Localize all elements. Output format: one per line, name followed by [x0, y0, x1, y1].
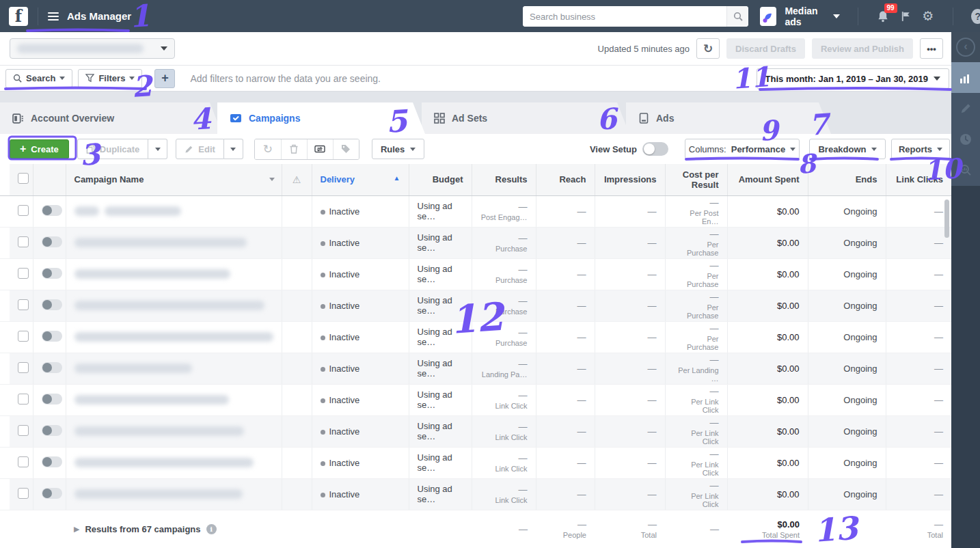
campaign-name-redacted[interactable] [74, 238, 273, 247]
row-checkbox[interactable] [18, 268, 29, 279]
row-checkbox[interactable] [18, 236, 29, 247]
campaign-toggle[interactable] [42, 456, 62, 467]
campaign-name-redacted[interactable] [74, 395, 273, 405]
tab-account-overview[interactable]: Account Overview [0, 102, 222, 134]
search-filter-button[interactable]: Search [5, 69, 72, 88]
col-header-cost-per-result[interactable]: Cost per Result [665, 164, 727, 195]
breakdown-button[interactable]: Breakdown [809, 139, 886, 159]
review-publish-button[interactable]: Review and Publish [812, 38, 913, 59]
col-header-amount-spent[interactable]: Amount Spent [727, 164, 808, 195]
campaign-name-redacted[interactable] [74, 206, 273, 216]
row-checkbox[interactable] [18, 362, 29, 373]
tab-campaigns[interactable]: Campaigns [217, 102, 425, 134]
filters-button[interactable]: Filters [78, 69, 142, 88]
rail-search-reports-button[interactable] [951, 154, 980, 185]
campaign-name-redacted[interactable] [74, 364, 273, 373]
campaign-toggle[interactable] [42, 362, 62, 373]
columns-button[interactable]: Columns: Performance [685, 139, 800, 159]
tab-ad-sets[interactable]: Ad Sets [422, 102, 629, 134]
results-cell: —Link Click [472, 384, 536, 415]
campaign-name-redacted[interactable] [74, 458, 273, 467]
toolbar: + Create Duplicate Edit ↻ [0, 134, 951, 164]
select-all-checkbox[interactable] [18, 173, 29, 184]
row-checkbox[interactable] [18, 456, 29, 467]
duplicate-caret-button[interactable] [148, 139, 167, 159]
rail-edit-button[interactable] [951, 93, 980, 124]
business-account-menu[interactable]: Median ads [785, 5, 839, 27]
settings-button[interactable]: ⚙ [921, 8, 935, 25]
pencil-icon [185, 145, 193, 154]
tab-ads[interactable]: Ads [626, 102, 831, 134]
duplicate-button[interactable]: Duplicate [77, 139, 149, 159]
reports-button[interactable]: Reports [891, 139, 950, 159]
col-header-impressions[interactable]: Impressions [595, 164, 665, 195]
row-checkbox[interactable] [18, 299, 29, 310]
campaign-name-redacted[interactable] [74, 426, 273, 436]
funnel-icon [85, 74, 94, 83]
row-checkbox[interactable] [18, 331, 29, 342]
info-icon[interactable]: i [206, 524, 217, 534]
delivery-status: Inactive [329, 426, 360, 437]
edit-caret-button[interactable] [224, 139, 243, 159]
business-avatar[interactable] [760, 7, 776, 26]
date-range-selector[interactable]: This month: Jan 1, 2019 – Jan 30, 2019 [757, 68, 949, 89]
campaign-toggle[interactable] [42, 299, 62, 310]
col-header-results[interactable]: Results [472, 164, 536, 195]
expand-icon[interactable]: ▶ [74, 525, 79, 534]
campaign-toggle[interactable] [42, 394, 62, 405]
campaign-name-redacted[interactable] [74, 332, 273, 342]
pages-feed-button[interactable] [898, 8, 912, 25]
divider [38, 8, 38, 25]
campaign-toggle[interactable] [42, 488, 62, 499]
col-header-budget[interactable]: Budget [409, 164, 472, 195]
hamburger-menu-icon[interactable] [48, 12, 59, 20]
reach-cell: — [536, 227, 595, 258]
view-setup-toggle[interactable] [642, 142, 668, 156]
col-header-errors[interactable]: ⚠ [282, 164, 312, 195]
delete-button[interactable] [281, 139, 307, 159]
campaign-name-redacted[interactable] [74, 489, 273, 499]
history-button[interactable]: ↻ [255, 139, 281, 159]
tab-label: Campaigns [249, 113, 300, 124]
more-options-button[interactable]: ••• [920, 38, 943, 59]
add-filter-button[interactable]: + [154, 69, 175, 88]
edit-button[interactable]: Edit [176, 139, 224, 159]
row-checkbox[interactable] [18, 425, 29, 436]
ad-account-selector[interactable] [10, 38, 175, 59]
tag-icon [341, 144, 351, 154]
campaign-toggle[interactable] [42, 236, 62, 247]
help-button[interactable]: ? [971, 9, 980, 24]
refresh-button[interactable]: ↻ [696, 38, 720, 59]
discard-drafts-button[interactable]: Discard Drafts [726, 38, 805, 59]
rail-history-button[interactable] [951, 124, 980, 154]
rail-performance-button[interactable] [951, 62, 980, 93]
flag-icon [900, 11, 911, 22]
account-name-redacted [17, 44, 144, 53]
col-header-ends[interactable]: Ends [808, 164, 886, 195]
campaign-toggle[interactable] [42, 268, 62, 279]
notifications-button[interactable]: 99 [876, 8, 890, 25]
row-checkbox[interactable] [18, 205, 29, 216]
col-header-reach[interactable]: Reach [536, 164, 595, 195]
action-bar: Updated 5 minutes ago ↻ Discard Drafts R… [0, 32, 951, 66]
campaign-name-redacted[interactable] [74, 301, 273, 310]
collapse-sidebar-button[interactable]: ‹ [956, 38, 975, 57]
vertical-scrollbar[interactable] [944, 200, 949, 238]
col-header-delivery[interactable]: Delivery ▲ [312, 164, 409, 195]
rules-button[interactable]: Rules [372, 139, 424, 159]
col-header-link-clicks[interactable]: Link Clicks [886, 164, 951, 195]
create-button[interactable]: + Create [10, 139, 69, 159]
impressions-cell: — [595, 478, 665, 510]
row-checkbox[interactable] [18, 488, 29, 499]
row-checkbox[interactable] [18, 394, 29, 405]
business-search-input[interactable] [523, 6, 726, 27]
campaign-toggle[interactable] [42, 331, 62, 342]
search-button[interactable] [726, 6, 748, 27]
facebook-logo-icon[interactable]: f [9, 7, 28, 26]
campaign-toggle[interactable] [42, 425, 62, 436]
ab-test-button[interactable] [307, 139, 333, 159]
campaign-name-redacted[interactable] [74, 269, 273, 279]
col-header-campaign-name[interactable]: Campaign Name [66, 164, 282, 195]
campaign-toggle[interactable] [42, 205, 62, 216]
tag-button[interactable] [333, 139, 359, 159]
